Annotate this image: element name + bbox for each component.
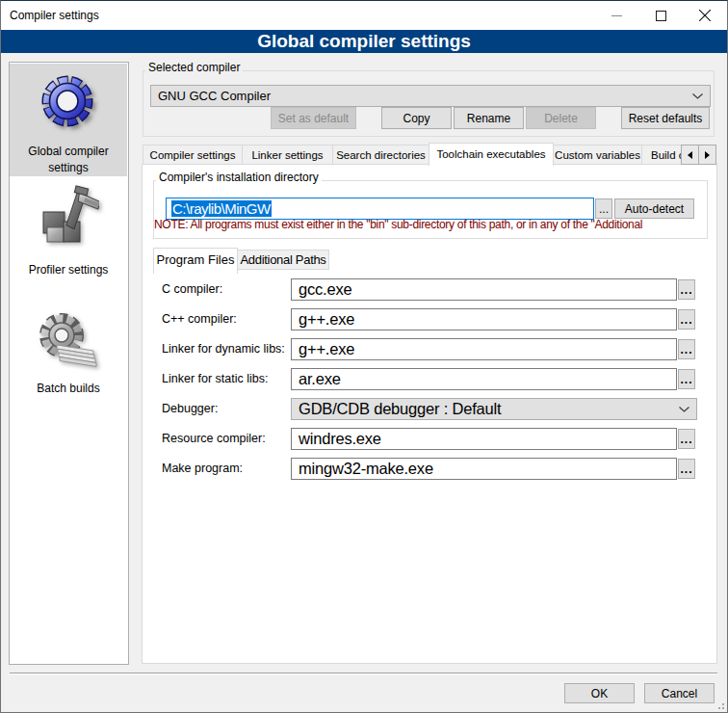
make-program-input[interactable]: mingw32-make.exe [291, 458, 677, 480]
field-label: Linker for static libs: [162, 372, 268, 385]
debugger-select-value: GDB/CDB debugger : Default [299, 399, 501, 419]
make-program-browse-button[interactable]: ... [678, 459, 695, 479]
tab-build-options[interactable]: Build options [641, 145, 682, 165]
tab-linker-settings[interactable]: Linker settings [242, 145, 333, 165]
delete-button[interactable]: Delete [526, 107, 596, 129]
field-label: Linker for dynamic libs: [162, 342, 285, 356]
c-compiler-browse-button[interactable]: ... [678, 279, 695, 300]
tab-compiler-settings[interactable]: Compiler settings [143, 145, 243, 165]
tab-scroll-right-button[interactable] [698, 145, 716, 165]
compiler-select-value: GNU GCC Compiler [158, 86, 271, 106]
chevron-down-icon [679, 407, 689, 412]
footer-divider [10, 673, 717, 674]
compiler-select[interactable]: GNU GCC Compiler [150, 85, 711, 107]
installation-directory-input[interactable]: C:\raylib\MinGW [166, 198, 594, 220]
selected-compiler-legend: Selected compiler [145, 61, 243, 74]
maximize-button[interactable] [638, 1, 683, 30]
field-label: Debugger: [162, 402, 218, 415]
browse-directory-button[interactable]: ... [595, 198, 612, 219]
minimize-icon [611, 11, 622, 21]
window-title: Compiler settings [10, 1, 99, 30]
settings-tabs: Compiler settings Linker settings Search… [143, 143, 682, 165]
installation-directory-legend: Compiler's installation directory [156, 171, 322, 184]
chevron-down-icon [692, 93, 703, 99]
debugger-select[interactable]: GDB/CDB debugger : Default [291, 398, 697, 420]
ok-button[interactable]: OK [564, 683, 635, 703]
installation-directory-value: C:\raylib\MinGW [171, 200, 272, 217]
note-text: NOTE: All programs must exist either in … [154, 218, 642, 231]
cpp-compiler-browse-button[interactable]: ... [678, 309, 695, 330]
field-label: Make program: [162, 462, 243, 475]
dialog-heading: Global compiler settings [1, 30, 727, 53]
sidebar-item-label: Global compiler settings [10, 144, 127, 176]
close-icon [699, 10, 711, 21]
sidebar-item-label[interactable]: Profiler settings [10, 262, 127, 278]
reset-defaults-button[interactable]: Reset defaults [621, 107, 710, 129]
field-label: C compiler: [162, 282, 222, 296]
static-linker-browse-button[interactable]: ... [678, 369, 695, 389]
cpp-compiler-input[interactable]: g++.exe [291, 308, 677, 330]
global-compiler-settings-icon [38, 72, 99, 134]
tab-custom-variables[interactable]: Custom variables [553, 145, 642, 165]
auto-detect-button[interactable]: Auto-detect [614, 198, 694, 219]
copy-button[interactable]: Copy [381, 107, 452, 129]
minimize-button[interactable] [594, 1, 638, 30]
resource-compiler-input[interactable]: windres.exe [291, 428, 677, 450]
batch-builds-icon [38, 310, 99, 372]
rename-button[interactable]: Rename [454, 107, 524, 129]
static-linker-input[interactable]: ar.exe [291, 368, 677, 390]
profiler-settings-icon [38, 185, 99, 247]
subtab-program-files[interactable]: Program Files [153, 248, 238, 274]
arrow-left-icon [684, 151, 692, 159]
dynamic-linker-browse-button[interactable]: ... [678, 339, 695, 359]
maximize-icon [656, 11, 666, 21]
sidebar-item-label[interactable]: Batch builds [10, 381, 127, 397]
c-compiler-input[interactable]: gcc.exe [291, 278, 677, 301]
cancel-button[interactable]: Cancel [644, 683, 715, 703]
set-as-default-button[interactable]: Set as default [271, 107, 356, 129]
close-button[interactable] [683, 1, 727, 30]
tab-scroll-left-button[interactable] [681, 145, 699, 165]
dynamic-linker-input[interactable]: g++.exe [291, 338, 677, 360]
tab-toolchain-executables[interactable]: Toolchain executables [429, 143, 554, 166]
field-label: Resource compiler: [162, 432, 266, 445]
arrow-right-icon [705, 151, 714, 159]
field-label: C++ compiler: [162, 312, 237, 326]
resource-compiler-browse-button[interactable]: ... [678, 429, 695, 449]
resize-grip[interactable] [715, 700, 725, 710]
tab-search-directories[interactable]: Search directories [332, 145, 429, 165]
subtab-additional-paths[interactable]: Additional Paths [237, 250, 329, 270]
